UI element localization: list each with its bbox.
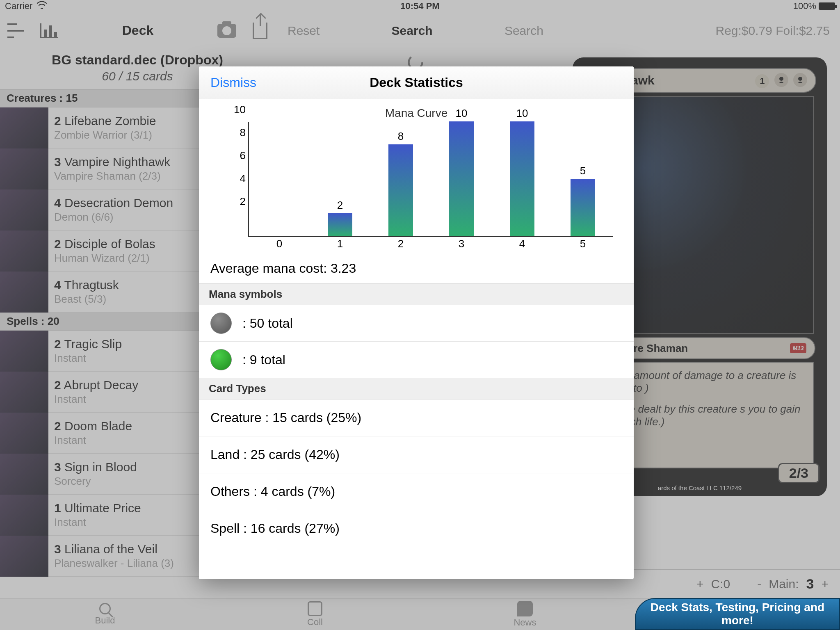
- main-label: Main:: [769, 577, 799, 591]
- reset-button[interactable]: Reset: [288, 24, 320, 38]
- card-line1: 3 Sign in Blood: [54, 460, 137, 474]
- card-line1: 1 Ultimate Price: [54, 501, 141, 515]
- mana-symbol-row: : 9 total: [199, 342, 634, 378]
- sort-icon[interactable]: [7, 23, 24, 38]
- mana-symbol-row: : 50 total: [199, 305, 634, 342]
- price-label: Reg:$0.79 Foil:$2.75: [715, 24, 830, 38]
- card-line2: Beast (5/3): [54, 293, 119, 306]
- search-button[interactable]: Search: [504, 24, 543, 38]
- camera-icon[interactable]: [217, 24, 236, 38]
- card-line2: Human Wizard (2/1): [54, 252, 155, 265]
- card-line1: 2 Lifebane Zombie: [54, 114, 156, 128]
- card-types-header: Card Types: [199, 378, 634, 399]
- plus-button[interactable]: +: [696, 577, 704, 591]
- card-thumb: [0, 495, 48, 536]
- main-toolbar: Deck Reset Search Search Reg:$0.79 Foil:…: [0, 12, 840, 49]
- card-line1: 4 Desecration Demon: [54, 196, 173, 210]
- mana-black-icon: [774, 73, 788, 87]
- carrier-label: Carrier: [5, 1, 32, 11]
- mana-total: : 50 total: [242, 316, 293, 331]
- status-bar: Carrier 10:54 PM 100%: [0, 0, 840, 12]
- deck-name: BG standard.dec (Dropbox): [0, 52, 275, 68]
- main-count: 3: [806, 576, 814, 592]
- card-type-row: Land : 25 cards (42%): [199, 436, 634, 473]
- bar-value: 8: [398, 130, 404, 143]
- card-type-row: Creature : 15 cards (25%): [199, 399, 634, 436]
- promo-banner[interactable]: Deck Stats, Testing, Pricing and more!: [635, 598, 840, 630]
- card-thumb: [0, 189, 48, 231]
- card-line1: 3 Vampire Nighthawk: [54, 155, 170, 169]
- mana-generic-icon: 1: [755, 74, 769, 88]
- card-line2: Vampire Shaman (2/3): [54, 170, 170, 183]
- bar: 55: [552, 164, 613, 236]
- x-tick: 1: [337, 237, 343, 250]
- bar-value: 10: [516, 107, 528, 120]
- x-tick: 0: [276, 237, 282, 250]
- card-icon: [308, 601, 322, 616]
- svg-point-2: [798, 77, 802, 81]
- bar-rect: [571, 179, 595, 236]
- share-icon[interactable]: [253, 23, 267, 39]
- bar-value: 2: [337, 199, 343, 212]
- mana-curve-chart: Mana Curve 246810 0218210310455: [199, 99, 634, 253]
- dismiss-button[interactable]: Dismiss: [199, 75, 268, 90]
- card-line2: Zombie Warrior (3/1): [54, 129, 156, 142]
- bar: 82: [370, 130, 431, 236]
- chart-title: Mana Curve: [211, 107, 621, 120]
- y-tick: 2: [240, 195, 246, 208]
- tab-coll[interactable]: Coll: [210, 598, 420, 630]
- card-thumb: [0, 331, 48, 372]
- promo-text: Deck Stats, Testing, Pricing and more!: [636, 601, 839, 627]
- rss-icon: [517, 601, 533, 616]
- search-title: Search: [392, 24, 433, 38]
- x-tick: 2: [398, 237, 404, 250]
- tab-label: Coll: [307, 617, 323, 628]
- mana-total: : 9 total: [242, 352, 285, 368]
- tab-build[interactable]: Build: [0, 598, 210, 630]
- mana-symbols-header: Mana symbols: [199, 283, 634, 305]
- card-thumb: [0, 231, 48, 272]
- card-line2: Instant: [54, 516, 141, 529]
- x-tick: 3: [459, 237, 464, 250]
- y-tick: 4: [240, 172, 246, 185]
- card-line2: Planeswalker - Liliana (3): [54, 557, 174, 570]
- bar-rect: [328, 213, 352, 236]
- power-toughness: 2/3: [778, 463, 819, 483]
- mana-black-icon: [793, 73, 807, 87]
- card-type-row: Spell : 16 cards (27%): [199, 510, 634, 547]
- clock: 10:54 PM: [0, 1, 840, 11]
- bar-rect: [510, 121, 534, 236]
- deck-stats-modal: Dismiss Deck Statistics Mana Curve 24681…: [199, 66, 634, 579]
- search-icon: [99, 603, 111, 614]
- bar: 103: [431, 107, 492, 236]
- battery-pct: 100%: [793, 1, 816, 11]
- card-line1: 2 Tragic Slip: [54, 337, 122, 351]
- card-thumb: [0, 107, 48, 148]
- card-line1: 2 Disciple of Bolas: [54, 237, 155, 251]
- card-line1: 2 Doom Blade: [54, 419, 132, 433]
- plus-button[interactable]: +: [821, 577, 829, 591]
- minus-button[interactable]: -: [757, 577, 761, 591]
- tab-news[interactable]: News: [420, 598, 630, 630]
- card-line1: 4 Thragtusk: [54, 278, 119, 292]
- deck-title: Deck: [75, 23, 201, 38]
- x-tick: 4: [519, 237, 525, 250]
- svg-point-1: [779, 77, 783, 81]
- y-tick: 8: [240, 126, 246, 139]
- card-line2: Instant: [54, 434, 132, 447]
- set-symbol-icon: M13: [790, 343, 806, 353]
- mana-color-icon: [210, 349, 232, 370]
- collection-count: C:0: [711, 577, 730, 591]
- card-line2: Instant: [54, 352, 122, 365]
- bar: 104: [492, 107, 552, 236]
- card-line2: Instant: [54, 393, 138, 406]
- avg-mana-cost: Average mana cost: 3.23: [199, 253, 634, 283]
- stats-icon[interactable]: [40, 23, 58, 38]
- bar-rect: [449, 121, 474, 236]
- card-line1: 3 Liliana of the Veil: [54, 542, 174, 556]
- mana-cost: 1: [753, 73, 807, 88]
- card-type-row: Others : 4 cards (7%): [199, 473, 634, 510]
- card-thumb: [0, 372, 48, 413]
- battery-icon: [819, 2, 835, 10]
- card-thumb: [0, 272, 48, 313]
